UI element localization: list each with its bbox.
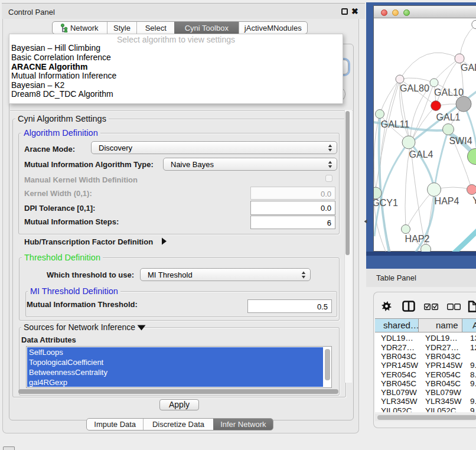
svg-text:GAL7: GAL7 bbox=[461, 63, 476, 73]
svg-text:GAL11: GAL11 bbox=[381, 119, 410, 129]
svg-text:GCY1: GCY1 bbox=[374, 198, 398, 208]
svg-text:GAL1: GAL1 bbox=[436, 112, 461, 122]
svg-text:GAL80: GAL80 bbox=[400, 83, 429, 93]
svg-text:GAL10: GAL10 bbox=[434, 87, 464, 97]
svg-text:HAP4: HAP4 bbox=[435, 196, 459, 206]
svg-text:SWI4: SWI4 bbox=[449, 136, 472, 146]
svg-text:Y: Y bbox=[472, 195, 476, 206]
svg-text:GAL4: GAL4 bbox=[409, 149, 433, 159]
svg-text:HAP2: HAP2 bbox=[405, 234, 430, 244]
